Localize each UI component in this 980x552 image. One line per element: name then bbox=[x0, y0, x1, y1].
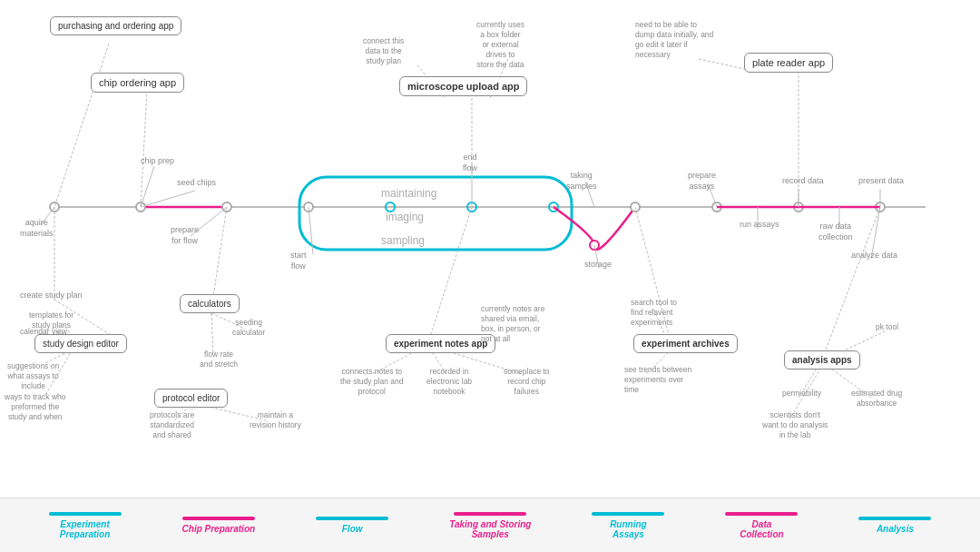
note-permiability: permiability bbox=[782, 389, 821, 399]
note-flow-rate: flow rateand stretch bbox=[200, 350, 238, 370]
svg-point-11 bbox=[712, 202, 721, 212]
label-run-assays: run assays bbox=[740, 220, 779, 231]
legend-running-assays: RunningAssays bbox=[592, 512, 664, 539]
label-aquire: aquirematerials bbox=[20, 218, 54, 239]
svg-line-15 bbox=[54, 44, 109, 207]
legend-line-cyan2 bbox=[316, 517, 388, 520]
svg-line-47 bbox=[141, 166, 154, 207]
label-record-data: record data bbox=[782, 176, 824, 187]
svg-point-10 bbox=[631, 202, 640, 212]
label-seed-chips: seed chips bbox=[177, 178, 216, 189]
note-suggestions: suggestions onwhat assays toinclude bbox=[7, 361, 59, 391]
label-maintaining: maintaining bbox=[381, 187, 436, 202]
legend-line-pink1 bbox=[182, 517, 255, 520]
legend-line-pink2 bbox=[454, 512, 526, 516]
note-notes-shared: currently notes areshared via email,box,… bbox=[481, 304, 544, 344]
note-calendar: calendar view bbox=[20, 327, 67, 337]
note-trends: see trends betweenexperiments overtime bbox=[624, 365, 691, 395]
legend-label-taking-storing: Taking and StoringSamples bbox=[449, 519, 531, 539]
label-end-flow: endflow bbox=[463, 153, 477, 173]
label-imaging: imaging bbox=[386, 211, 424, 225]
note-track-who: ways to track whopreformed thestudy and … bbox=[5, 392, 66, 422]
legend-label-chip-prep: Chip Preparation bbox=[182, 524, 256, 534]
note-protocols-shared: protocols arestandardizedand shared bbox=[150, 410, 194, 440]
note-scientists: scientists don'twant to do analysisin th… bbox=[762, 410, 828, 440]
label-storage: storage bbox=[584, 260, 612, 271]
svg-point-5 bbox=[549, 202, 558, 212]
legend-label-data-collection: DataCollection bbox=[740, 519, 783, 539]
note-revision: maintain arevision history bbox=[250, 410, 301, 430]
svg-point-4 bbox=[467, 202, 476, 212]
legend-experiment-prep: ExperimentPreparation bbox=[49, 512, 122, 539]
chip-ordering-app-box: chip ordering app bbox=[91, 73, 184, 93]
svg-point-13 bbox=[876, 202, 885, 212]
label-prepare-flow: preparefor flow bbox=[171, 225, 199, 246]
legend-label-exp-prep: ExperimentPreparation bbox=[60, 519, 111, 539]
svg-point-14 bbox=[590, 241, 599, 250]
legend-label-running-assays: RunningAssays bbox=[610, 519, 647, 539]
legend-flow: Flow bbox=[316, 517, 388, 534]
label-create-study-plan: create study plan bbox=[20, 291, 83, 301]
purchasing-app-box: purchasing and ordering app bbox=[50, 16, 181, 35]
legend-line-cyan3 bbox=[592, 512, 664, 516]
legend-analysis: Analysis bbox=[858, 517, 931, 534]
svg-line-30 bbox=[427, 207, 472, 345]
legend-line-pink3 bbox=[725, 512, 798, 516]
svg-point-6 bbox=[50, 202, 59, 212]
legend-chip-prep: Chip Preparation bbox=[182, 517, 256, 534]
legend-line-cyan1 bbox=[49, 512, 122, 516]
svg-point-9 bbox=[304, 202, 313, 212]
note-pk-tool: pk tool bbox=[876, 322, 898, 332]
note-box-folder: currently usesa box folderor externaldri… bbox=[476, 20, 524, 70]
note-seeding-calc: seedingcalculator bbox=[232, 318, 265, 338]
calculators-box: calculators bbox=[180, 294, 240, 313]
note-connects-notes: connects notes tothe study plan andproto… bbox=[340, 367, 403, 397]
microscope-app-box: microscope upload app bbox=[399, 76, 527, 96]
legend-label-analysis: Analysis bbox=[877, 524, 914, 534]
svg-point-8 bbox=[222, 202, 231, 212]
experiment-notes-box: experiment notes app bbox=[386, 334, 495, 353]
svg-point-7 bbox=[136, 202, 145, 212]
protocol-editor-box: protocol editor bbox=[154, 389, 228, 408]
note-search-tool: search tool tofind relaventexperiments bbox=[631, 298, 677, 328]
note-dump-data: need to be able todump data initially, a… bbox=[635, 20, 713, 60]
svg-line-48 bbox=[141, 191, 195, 207]
diagram-container: purchasing and ordering app chip orderin… bbox=[0, 0, 980, 552]
label-present-data: present data bbox=[858, 176, 904, 187]
note-drug-absorbance: estimated drugabsorbance bbox=[851, 389, 902, 409]
label-prepare-assays: prepareassays bbox=[688, 171, 716, 192]
label-taking-samples: takingsamples bbox=[566, 171, 597, 192]
experiment-archives-box: experiment archives bbox=[633, 334, 738, 353]
svg-line-16 bbox=[141, 90, 147, 207]
label-sampling: sampling bbox=[381, 234, 425, 249]
analysis-apps-box: analysis apps bbox=[784, 350, 860, 370]
legend-taking-storing: Taking and StoringSamples bbox=[449, 512, 531, 539]
plate-reader-app-box: plate reader app bbox=[744, 53, 833, 73]
svg-line-27 bbox=[211, 313, 213, 354]
legend-data-collection: DataCollection bbox=[725, 512, 798, 539]
label-chip-prep: chip prep bbox=[141, 156, 174, 167]
legend-line-cyan4 bbox=[858, 517, 931, 520]
label-start-flow: startflow bbox=[290, 251, 307, 271]
svg-line-50 bbox=[309, 207, 313, 254]
legend-bar: ExperimentPreparation Chip Preparation F… bbox=[0, 498, 980, 552]
label-raw-data: raw datacollection bbox=[818, 222, 853, 242]
note-electronic-lab: recorded inelectronic labnotebook bbox=[426, 367, 472, 397]
study-design-editor-box: study design editor bbox=[34, 334, 127, 353]
note-chip-failures: someplace torecord chipfailures bbox=[504, 367, 550, 397]
legend-label-flow: Flow bbox=[342, 524, 363, 534]
label-analyze-data: analyze data bbox=[851, 251, 897, 261]
svg-point-12 bbox=[794, 202, 803, 212]
note-connect-data: connect thisdata to thestudy plan bbox=[363, 36, 404, 66]
